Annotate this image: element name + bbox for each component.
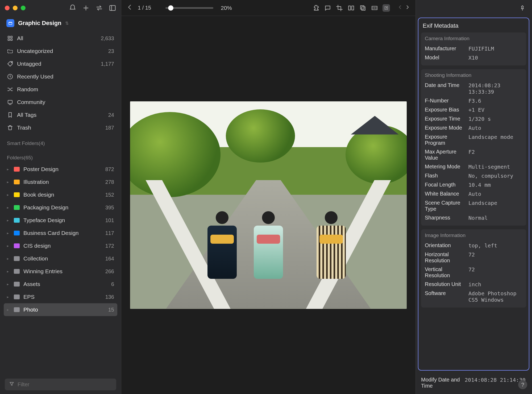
image-preview[interactable]	[130, 101, 407, 309]
canvas[interactable]	[121, 16, 415, 394]
folder-count: 117	[105, 230, 114, 236]
page-counter: 1 / 15	[138, 5, 154, 11]
folder-item[interactable]: ▸ Poster Design 872	[4, 163, 117, 176]
shuffle-icon	[7, 86, 13, 93]
next-button[interactable]	[405, 5, 410, 11]
back-button[interactable]	[127, 4, 133, 12]
exif-row: White BalanceAuto	[425, 189, 522, 198]
filter-bar[interactable]	[5, 379, 116, 390]
folder-item[interactable]: ▸ Book design 152	[4, 188, 117, 201]
pin-icon[interactable]	[519, 4, 526, 12]
bookmark-icon	[7, 112, 13, 118]
chevron-right-icon: ▸	[7, 256, 10, 261]
exif-row: Horizontal Resolution72	[425, 250, 522, 265]
chevron-right-icon: ▸	[7, 244, 10, 248]
help-button[interactable]: ?	[518, 380, 527, 389]
crop-icon[interactable]	[336, 4, 343, 12]
clock-icon	[7, 73, 13, 80]
open-external-icon[interactable]	[383, 4, 390, 12]
nav-random[interactable]: Random	[4, 83, 117, 96]
folder-item[interactable]: ▸ Business Card Design 117	[4, 227, 117, 239]
exif-key: Model	[425, 55, 465, 61]
nav-label: Trash	[17, 125, 31, 131]
nav-count: 2,633	[101, 35, 114, 42]
exif-row: FlashNo, compulsory	[425, 171, 522, 180]
sidebar: Graphic Design ⇅ All 2,633 Uncategorized…	[0, 0, 121, 394]
window-maximize-button[interactable]	[21, 6, 26, 10]
exif-key: Scene Capture Type	[425, 200, 465, 212]
folder-item[interactable]: ▸ Packaging Design 395	[4, 201, 117, 214]
exif-value: F3.6	[468, 98, 522, 104]
folder-count: 278	[105, 179, 114, 185]
nav-recent[interactable]: Recently Used	[4, 70, 117, 83]
folder-item[interactable]: ▸ Assets 6	[4, 278, 117, 291]
exif-value: No, compulsory	[468, 173, 522, 179]
annotate-icon[interactable]	[324, 4, 331, 12]
duplicate-icon[interactable]	[359, 4, 367, 12]
nav-community[interactable]: Community	[4, 96, 117, 109]
exif-panel: Exif Metadata Camera Information Manufac…	[418, 18, 529, 371]
folder-icon	[14, 218, 20, 223]
community-icon	[7, 99, 13, 105]
zoom-slider[interactable]	[165, 7, 213, 9]
nav-untagged[interactable]: Untagged 1,177	[4, 57, 117, 70]
window-minimize-button[interactable]	[13, 6, 18, 10]
folder-icon	[14, 282, 20, 287]
folder-label: Book design	[23, 192, 102, 198]
chevron-right-icon: ▸	[7, 218, 10, 222]
smart-folders-header[interactable]: Smart Folders(4)	[4, 134, 117, 148]
panel-toggle-icon[interactable]	[109, 4, 116, 12]
folder-item[interactable]: ▸ CIS design 172	[4, 239, 117, 252]
folder-label: CIS design	[23, 243, 102, 249]
nav-all[interactable]: All 2,633	[4, 32, 117, 45]
nav-label: Community	[17, 99, 45, 105]
folder-item[interactable]: ▸ Winning Entries 266	[4, 265, 117, 278]
window-close-button[interactable]	[5, 6, 10, 10]
svg-rect-10	[352, 6, 354, 10]
shooting-info-group: Shooting Information Date and Time2014:0…	[421, 69, 526, 226]
svg-point-6	[11, 62, 12, 63]
plus-icon[interactable]	[82, 4, 90, 12]
folder-item[interactable]: ▸ Collection 164	[4, 252, 117, 265]
exif-value: X10	[468, 55, 522, 61]
folder-item[interactable]: ▸ EPS 136	[4, 291, 117, 303]
nav-count: 23	[108, 48, 114, 54]
exif-row: Max Aperture ValueF2	[425, 147, 522, 162]
exif-key: Max Aperture Value	[425, 149, 465, 161]
folder-count: 266	[105, 268, 114, 275]
folder-item[interactable]: ▸ Typeface Design 101	[4, 214, 117, 227]
exif-key: Exposure Mode	[425, 125, 465, 131]
exif-row: Modify Date and Time2014:08:28 21:14:30	[421, 375, 527, 390]
nav-list: All 2,633 Uncategorized 23 Untagged 1,17…	[0, 32, 121, 375]
folder-label: Winning Entries	[23, 268, 102, 275]
folder-label: Business Card Design	[23, 230, 102, 236]
dimensions-icon[interactable]	[371, 4, 378, 12]
folder-label: Collection	[23, 255, 102, 262]
nav-all-tags[interactable]: All Tags 24	[4, 109, 117, 121]
transfer-icon[interactable]	[95, 4, 103, 12]
folder-dashed-icon	[7, 48, 13, 54]
extension-icon[interactable]	[312, 4, 320, 12]
exif-key: Exposure Program	[425, 134, 465, 146]
exif-key: Manufacturer	[425, 45, 465, 52]
exif-value: Multi-segment	[468, 164, 522, 170]
exif-value: inch	[468, 281, 522, 288]
filter-input[interactable]	[18, 381, 112, 388]
folder-item[interactable]: ▸ Illustration 278	[4, 176, 117, 188]
folder-count: 164	[105, 256, 114, 262]
prev-button[interactable]	[397, 5, 403, 11]
exif-row: Orientationtop, left	[425, 241, 522, 250]
exif-row: Exposure Time1/320 s	[425, 114, 522, 123]
compare-icon[interactable]	[347, 4, 355, 12]
exif-value: 1/320 s	[468, 116, 522, 122]
exif-value: F2	[468, 149, 522, 155]
exif-body[interactable]: Camera Information ManufacturerFUJIFILMM…	[418, 32, 529, 370]
nav-uncategorized[interactable]: Uncategorized 23	[4, 45, 117, 57]
nav-trash[interactable]: Trash 187	[4, 121, 117, 134]
bell-icon[interactable]	[69, 4, 76, 12]
library-switcher[interactable]: Graphic Design ⇅	[0, 16, 121, 32]
folders-header[interactable]: Folders(65)	[4, 148, 117, 163]
chevron-right-icon: ▸	[7, 269, 10, 273]
zoom-slider-handle[interactable]	[168, 5, 173, 11]
folder-item[interactable]: ▸ Photo 15	[4, 303, 117, 316]
